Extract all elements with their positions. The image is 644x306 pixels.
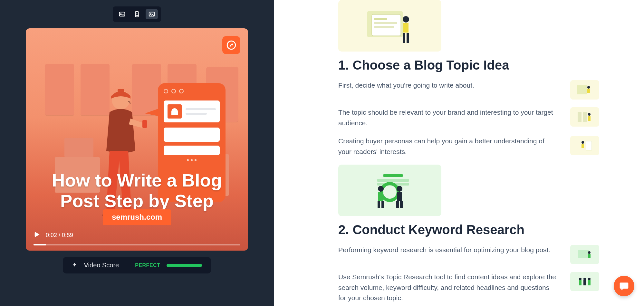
score-value: PERFECT	[135, 263, 160, 268]
article-panel[interactable]: 1. Choose a Blog Topic Idea First, decid…	[274, 0, 644, 306]
svg-rect-7	[118, 89, 124, 95]
format-portrait-button[interactable]	[131, 9, 143, 19]
paragraph-thumbnail[interactable]	[570, 136, 599, 155]
svg-rect-20	[403, 33, 405, 43]
paragraph-row: Creating buyer personas can help you gai…	[338, 136, 625, 157]
svg-point-18	[403, 16, 409, 23]
paragraph-text: Use Semrush's Topic Research tool to fin…	[338, 272, 557, 303]
svg-rect-25	[578, 112, 582, 122]
svg-point-51	[588, 278, 591, 280]
video-title: How to Write a Blog Post Step by Step	[26, 170, 248, 212]
svg-point-47	[579, 278, 582, 280]
format-toolbar	[113, 6, 161, 22]
paragraph-row: Use Semrush's Topic Research tool to fin…	[338, 272, 625, 303]
play-button[interactable]	[34, 231, 41, 239]
paragraph-text: Performing keyword research is essential…	[338, 245, 557, 255]
section-heading: 1. Choose a Blog Topic Idea	[338, 58, 625, 72]
format-image-button[interactable]	[116, 9, 128, 19]
format-landscape-button[interactable]	[146, 9, 158, 19]
video-editor-panel: How to Write a Blog Post Step by Step se…	[0, 0, 274, 306]
current-time: 0:02	[46, 232, 57, 238]
video-timestamp: 0:02 / 0:59	[46, 232, 73, 239]
video-controls: 0:02 / 0:59	[26, 231, 248, 251]
video-score-pill: Video Score PERFECT	[63, 257, 211, 273]
svg-rect-28	[588, 116, 591, 121]
svg-point-35	[381, 184, 398, 200]
svg-point-40	[397, 186, 402, 192]
svg-rect-24	[587, 89, 590, 93]
svg-rect-42	[396, 201, 399, 208]
video-progress[interactable]	[34, 244, 240, 245]
paragraph-text: Creating buyer personas can help you gai…	[338, 136, 557, 157]
paragraph-thumbnail[interactable]	[570, 107, 599, 127]
svg-rect-17	[374, 26, 394, 28]
score-label: Video Score	[84, 262, 119, 269]
paragraph-thumbnail[interactable]	[570, 80, 599, 100]
svg-point-45	[588, 251, 591, 254]
svg-rect-22	[577, 85, 587, 94]
svg-point-36	[378, 186, 384, 192]
svg-rect-30	[582, 144, 584, 148]
svg-rect-32	[383, 174, 403, 177]
bolt-icon	[72, 262, 78, 269]
paragraph-text: First, decide what you're going to write…	[338, 80, 557, 91]
svg-point-3	[137, 13, 138, 14]
svg-rect-41	[397, 192, 402, 201]
paragraph-row: The topic should be relevant to your bra…	[338, 107, 625, 128]
svg-rect-19	[403, 23, 409, 33]
video-preview[interactable]: How to Write a Blog Post Step by Step se…	[26, 28, 248, 251]
svg-rect-26	[583, 112, 587, 122]
svg-rect-31	[586, 141, 592, 150]
svg-rect-44	[578, 250, 589, 258]
svg-rect-52	[588, 280, 591, 285]
svg-point-23	[587, 86, 590, 89]
svg-rect-43	[400, 201, 403, 208]
section-heading: 2. Conduct Keyword Research	[338, 223, 625, 237]
section-illustration	[338, 165, 441, 216]
svg-point-29	[582, 141, 584, 144]
svg-rect-38	[378, 201, 380, 208]
duration: 0:59	[62, 232, 73, 238]
svg-rect-16	[374, 22, 397, 24]
brand-logo-icon	[222, 36, 240, 54]
svg-rect-21	[407, 33, 409, 43]
svg-rect-15	[374, 18, 387, 20]
video-watermark: semrush.com	[103, 209, 171, 225]
svg-rect-33	[377, 179, 409, 182]
svg-point-49	[583, 278, 586, 280]
svg-rect-46	[588, 254, 591, 258]
paragraph-thumbnail[interactable]	[570, 272, 599, 291]
svg-rect-48	[579, 280, 582, 285]
svg-point-12	[232, 43, 233, 45]
section-illustration	[338, 0, 441, 52]
paragraph-row: First, decide what you're going to write…	[338, 80, 625, 100]
paragraph-text: The topic should be relevant to your bra…	[338, 107, 557, 128]
paragraph-thumbnail[interactable]	[570, 245, 599, 264]
svg-rect-39	[381, 201, 384, 208]
svg-point-27	[588, 113, 591, 116]
score-bar	[167, 264, 202, 267]
svg-rect-8	[142, 120, 147, 128]
svg-rect-37	[378, 192, 383, 201]
chat-widget-button[interactable]	[614, 276, 634, 296]
svg-rect-50	[583, 280, 586, 285]
paragraph-row: Performing keyword research is essential…	[338, 245, 625, 264]
svg-rect-14	[372, 14, 401, 36]
